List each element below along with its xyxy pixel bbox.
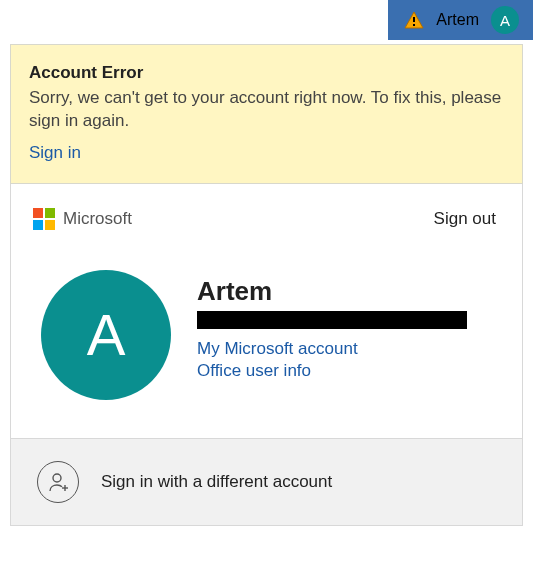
header-username: Artem (436, 11, 479, 29)
profile-avatar-initial: A (87, 301, 126, 368)
warning-icon (404, 11, 424, 29)
sign-in-different-account-button[interactable]: Sign in with a different account (11, 438, 522, 525)
microsoft-logo-text: Microsoft (63, 209, 132, 229)
error-title: Account Error (29, 63, 504, 83)
error-message: Sorry, we can't get to your account righ… (29, 87, 504, 133)
profile-email-redacted (197, 311, 467, 329)
sign-in-link[interactable]: Sign in (29, 143, 504, 163)
profile-avatar: A (41, 270, 171, 400)
svg-point-3 (53, 474, 61, 482)
account-error-banner: Account Error Sorry, we can't get to you… (10, 44, 523, 184)
profile-info: Artem My Microsoft account Office user i… (197, 270, 467, 400)
header-avatar: A (491, 6, 519, 34)
my-microsoft-account-link[interactable]: My Microsoft account (197, 339, 467, 359)
svg-rect-2 (413, 24, 415, 26)
sign-out-link[interactable]: Sign out (434, 209, 496, 229)
profile-name: Artem (197, 276, 467, 307)
office-user-info-link[interactable]: Office user info (197, 361, 467, 381)
account-panel-header: Microsoft Sign out (11, 184, 522, 240)
profile-section: A Artem My Microsoft account Office user… (11, 240, 522, 438)
person-add-icon (37, 461, 79, 503)
svg-rect-1 (413, 17, 415, 22)
header-avatar-initial: A (500, 12, 510, 29)
title-bar: Artem A (0, 0, 533, 40)
microsoft-logo: Microsoft (33, 208, 132, 230)
microsoft-logo-icon (33, 208, 55, 230)
header-user-chip[interactable]: Artem A (388, 0, 533, 40)
sign-in-different-account-label: Sign in with a different account (101, 472, 332, 492)
account-panel: Microsoft Sign out A Artem My Microsoft … (10, 184, 523, 526)
